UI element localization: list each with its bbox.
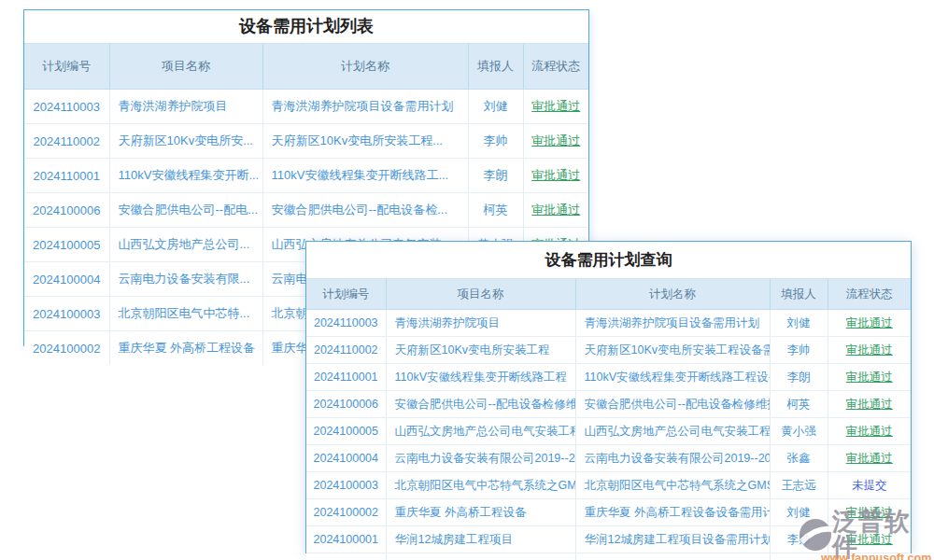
plan-name-link[interactable]: 安徽合肥供电公司--配电设备检修维护设备需用计划 [575,391,770,418]
reporter-name: 李帅 [468,124,523,159]
reporter-name: 柯英 [770,391,828,418]
project-name-link[interactable]: 青海洪湖养护院项目 [386,310,575,337]
plan-name-link[interactable]: 青海洪湖养护院项目设备需用计划 [262,90,468,124]
status-link[interactable]: 未提交 [828,472,911,499]
table-row[interactable]: 2024100001华润12城房建工程项目华润12城房建工程项目设备需用计划2李… [306,526,911,553]
plan-id-link[interactable]: 2024100005 [306,418,386,445]
project-name-link[interactable]: 重庆华夏 外高桥工程设备 [109,331,262,366]
table-row[interactable]: 2024100003北京朝阳区电气中芯特气系统之GMS北京朝阳区电气中芯特气系统… [306,472,911,499]
plan-name-link[interactable]: 山西弘文房地产总公司电气安装工程设备需用计划 [575,418,770,445]
table-row[interactable]: 2024110002天府新区10Kv变电所安...天府新区10Kv变电所安装工程… [24,124,588,159]
status-link[interactable]: 审批通过 [523,90,588,124]
reporter-name: 黄小强 [770,418,828,445]
plan-name-link[interactable]: 广佛高速设备需用计划2 [575,553,770,560]
plan-name-link[interactable]: 青海洪湖养护院项目设备需用计划 [575,310,770,337]
status-link[interactable]: 审批通过 [523,159,588,193]
project-name-link[interactable]: 重庆华夏 外高桥工程设备 [386,499,575,526]
status-link[interactable]: 审批通过 [523,124,588,159]
project-name-link[interactable]: 天府新区10Kv变电所安装工程 [386,337,575,364]
plan-id-link[interactable]: 2024090003 [306,553,386,560]
table-row[interactable]: 2024110003青海洪湖养护院项目青海洪湖养护院项目设备需用计划刘健审批通过 [306,310,911,337]
plan-name-link[interactable]: 北京朝阳区电气中芯特气系统之GMS设备需用计划 [575,472,770,499]
plan-name-link[interactable]: 云南电力设备安装有限公司2019--2020设备需用计划 [575,445,770,472]
project-name-link[interactable]: 青海洪湖养护院项目 [109,90,262,124]
project-name-link[interactable]: 山西弘文房地产总公司... [109,228,262,262]
status-link[interactable]: 审批通过 [523,193,588,228]
plan-id-link[interactable]: 2024110003 [24,90,109,124]
status-link[interactable]: 审批通过 [828,310,911,337]
plan-id-link[interactable]: 2024110001 [24,159,109,193]
plan-name-link[interactable]: 天府新区10Kv变电所安装工程... [262,124,468,159]
plan-id-link[interactable]: 2024110002 [306,337,386,364]
project-name-link[interactable]: 天府新区10Kv变电所安... [109,124,262,159]
status-link[interactable]: 审批通过 [828,526,911,553]
table-row[interactable]: 2024110001110kV安徽线程集变开断线路工程110kV安徽线程集变开断… [306,364,911,391]
column-header: 计划编号 [306,279,386,310]
project-name-link[interactable]: 华润12城房建工程项目 [386,526,575,553]
reporter-name: 刘健 [770,310,828,337]
project-name-link[interactable]: 安徽合肥供电公司--配电... [109,193,262,228]
column-header: 计划名称 [262,44,468,90]
plan-name-link[interactable]: 110kV安徽线程集变开断线路工程设备需用计划 [575,364,770,391]
project-name-link[interactable]: 北京朝阳区电气中芯特... [109,297,262,331]
column-header: 项目名称 [109,44,262,90]
plan-id-link[interactable]: 2024100001 [306,526,386,553]
plan-name-link[interactable]: 安徽合肥供电公司--配电设备检... [262,193,468,228]
status-link[interactable]: 审批通过 [828,553,911,560]
table-row[interactable]: 2024110002天府新区10Kv变电所安装工程天府新区10Kv变电所安装工程… [306,337,911,364]
plan-name-link[interactable]: 110kV安徽线程集变开断线路工... [262,159,468,193]
plan-id-link[interactable]: 2024100003 [306,472,386,499]
plan-id-link[interactable]: 2024110003 [306,310,386,337]
status-link[interactable]: 审批通过 [828,337,911,364]
table-row[interactable]: 2024110001110kV安徽线程集变开断...110kV安徽线程集变开断线… [24,159,588,193]
table-row[interactable]: 2024110003青海洪湖养护院项目青海洪湖养护院项目设备需用计划刘健审批通过 [24,90,588,124]
project-name-link[interactable]: 110kV安徽线程集变开断... [109,159,262,193]
plan-query-title: 设备需用计划查询 [306,242,911,279]
plan-id-link[interactable]: 2024100004 [24,262,109,297]
table-row[interactable]: 2024100006安徽合肥供电公司--配电...安徽合肥供电公司--配电设备检… [24,193,588,228]
reporter-name: 柯英 [468,193,523,228]
reporter-name: 王志远 [770,472,828,499]
plan-id-link[interactable]: 2024110002 [24,124,109,159]
project-name-link[interactable]: 广佛高速 [386,553,575,560]
plan-id-link[interactable]: 2024100003 [24,297,109,331]
table-row[interactable]: 2024090003广佛高速广佛高速设备需用计划2李朗审批通过 [306,553,911,560]
column-header: 计划编号 [24,44,109,90]
column-header: 项目名称 [386,279,575,310]
plan-name-link[interactable]: 华润12城房建工程项目设备需用计划2 [575,526,770,553]
plan-id-link[interactable]: 2024100004 [306,445,386,472]
project-name-link[interactable]: 云南电力设备安装有限公司2019--2020 [386,445,575,472]
plan-id-link[interactable]: 2024100006 [24,193,109,228]
status-link[interactable]: 审批通过 [828,391,911,418]
status-link[interactable]: 审批通过 [828,445,911,472]
plan-id-link[interactable]: 2024100002 [24,331,109,366]
reporter-name: 李帅 [770,337,828,364]
plan-name-link[interactable]: 重庆华夏 外高桥工程设备设备需用计划 [575,499,770,526]
status-link[interactable]: 审批通过 [828,499,911,526]
status-link[interactable]: 审批通过 [828,418,911,445]
plan-query-window: 设备需用计划查询 计划编号项目名称计划名称填报人流程状态 2024110003青… [305,241,912,553]
table-row[interactable]: 2024100002重庆华夏 外高桥工程设备重庆华夏 外高桥工程设备设备需用计划… [306,499,911,526]
table-row[interactable]: 2024100005山西弘文房地产总公司电气安装工程山西弘文房地产总公司电气安装… [306,418,911,445]
plan-id-link[interactable]: 2024110001 [306,364,386,391]
plan-id-link[interactable]: 2024100002 [306,499,386,526]
status-link[interactable]: 审批通过 [828,364,911,391]
reporter-name: 张鑫 [770,445,828,472]
project-name-link[interactable]: 山西弘文房地产总公司电气安装工程 [386,418,575,445]
column-header: 填报人 [468,44,523,90]
project-name-link[interactable]: 北京朝阳区电气中芯特气系统之GMS [386,472,575,499]
project-name-link[interactable]: 云南电力设备安装有限... [109,262,262,297]
reporter-name: 刘健 [468,90,523,124]
column-header: 流程状态 [828,279,911,310]
reporter-name: 李朗 [770,364,828,391]
table-row[interactable]: 2024100004云南电力设备安装有限公司2019--2020云南电力设备安装… [306,445,911,472]
column-header: 流程状态 [523,44,588,90]
table-row[interactable]: 2024100006安徽合肥供电公司--配电设备检修维护安徽合肥供电公司--配电… [306,391,911,418]
reporter-name: 李朗 [770,553,828,560]
plan-id-link[interactable]: 2024100005 [24,228,109,262]
project-name-link[interactable]: 安徽合肥供电公司--配电设备检修维护 [386,391,575,418]
plan-id-link[interactable]: 2024100006 [306,391,386,418]
project-name-link[interactable]: 110kV安徽线程集变开断线路工程 [386,364,575,391]
plan-query-table: 计划编号项目名称计划名称填报人流程状态 2024110003青海洪湖养护院项目青… [306,279,911,560]
plan-name-link[interactable]: 天府新区10Kv变电所安装工程设备需用计划 [575,337,770,364]
